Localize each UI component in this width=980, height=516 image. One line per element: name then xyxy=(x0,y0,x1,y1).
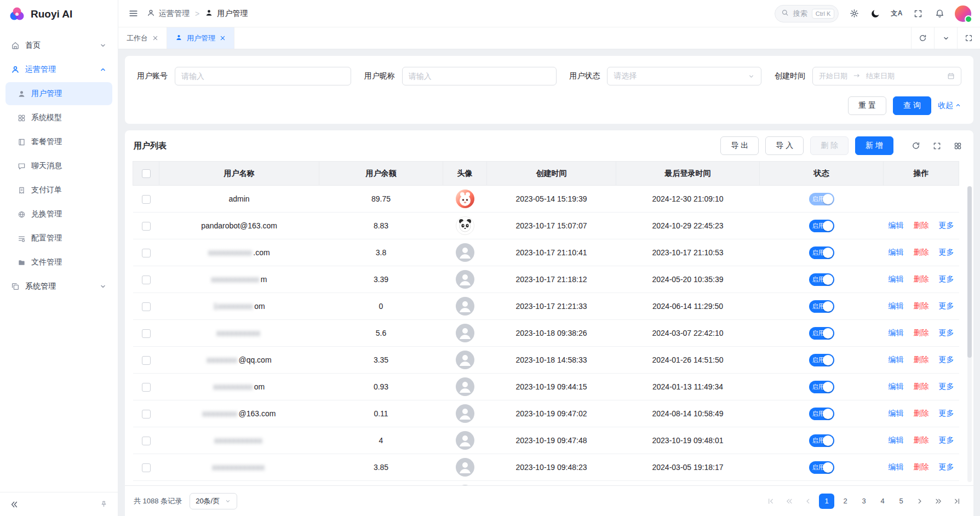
sidebar-item-payment-orders[interactable]: 支付订单 xyxy=(5,179,112,202)
status-toggle[interactable]: 启用 xyxy=(809,300,834,313)
delete-link[interactable]: 删除 xyxy=(914,409,929,417)
date-range-picker[interactable]: 开始日期 结束日期 xyxy=(812,67,961,85)
status-toggle[interactable]: 启用 xyxy=(809,381,834,393)
edit-link[interactable]: 编辑 xyxy=(889,274,904,283)
sidebar-item-package-management[interactable]: 套餐管理 xyxy=(5,130,112,153)
sidebar-item-config-management[interactable]: 配置管理 xyxy=(5,227,112,250)
collapse-sidebar-icon[interactable] xyxy=(8,498,21,511)
row-checkbox[interactable] xyxy=(142,302,151,311)
edit-link[interactable]: 编辑 xyxy=(889,462,904,471)
more-link[interactable]: 更多 xyxy=(938,435,954,444)
last-page-icon[interactable] xyxy=(949,494,965,509)
row-checkbox[interactable] xyxy=(142,356,151,365)
delete-link[interactable]: 删除 xyxy=(914,274,929,283)
query-button[interactable]: 查 询 xyxy=(893,96,931,115)
delete-link[interactable]: 删除 xyxy=(914,355,929,364)
edit-link[interactable]: 编辑 xyxy=(889,435,904,444)
row-checkbox[interactable] xyxy=(142,410,151,418)
status-toggle[interactable]: 启用 xyxy=(809,220,834,232)
notification-bell-icon[interactable] xyxy=(933,8,945,20)
row-checkbox[interactable] xyxy=(142,329,151,338)
page-button-1[interactable]: 1 xyxy=(819,494,834,509)
delete-button[interactable]: 删 除 xyxy=(810,136,849,155)
row-checkbox[interactable] xyxy=(142,276,151,284)
row-checkbox[interactable] xyxy=(142,222,151,231)
first-page-icon[interactable] xyxy=(763,494,778,509)
edit-link[interactable]: 编辑 xyxy=(889,409,904,417)
status-toggle[interactable]: 启用 xyxy=(809,434,834,447)
import-button[interactable]: 导 入 xyxy=(765,136,804,155)
maximize-content-icon[interactable] xyxy=(957,27,980,49)
status-toggle[interactable]: 启用 xyxy=(809,461,834,474)
fullscreen-icon[interactable] xyxy=(912,8,924,20)
select-all-checkbox[interactable] xyxy=(142,169,151,178)
user-avatar[interactable] xyxy=(955,5,971,22)
edit-link[interactable]: 编辑 xyxy=(889,301,904,310)
edit-link[interactable]: 编辑 xyxy=(889,382,904,391)
more-link[interactable]: 更多 xyxy=(938,221,954,230)
user-account-input[interactable] xyxy=(175,67,351,85)
export-button[interactable]: 导 出 xyxy=(720,136,759,155)
gear-icon[interactable] xyxy=(848,8,860,20)
add-button[interactable]: 新 增 xyxy=(855,136,893,155)
more-link[interactable]: 更多 xyxy=(938,409,954,417)
hamburger-menu-icon[interactable] xyxy=(127,8,139,20)
row-checkbox[interactable] xyxy=(142,249,151,257)
translate-icon[interactable]: 文A xyxy=(891,9,903,18)
edit-link[interactable]: 编辑 xyxy=(889,355,904,364)
delete-link[interactable]: 删除 xyxy=(914,301,929,310)
global-search[interactable]: 搜索 Ctrl K xyxy=(775,5,839,22)
sidebar-item-exchange-management[interactable]: 兑换管理 xyxy=(5,203,112,226)
delete-link[interactable]: 删除 xyxy=(914,328,929,337)
tab-workbench[interactable]: 工作台 xyxy=(118,27,167,49)
delete-link[interactable]: 删除 xyxy=(914,382,929,391)
status-toggle[interactable]: 启用 xyxy=(809,273,834,286)
tab-options-chevron-icon[interactable] xyxy=(934,27,957,49)
next-page-icon[interactable] xyxy=(912,494,927,509)
delete-link[interactable]: 删除 xyxy=(914,221,929,230)
status-toggle[interactable]: 启用 xyxy=(809,408,834,420)
edit-link[interactable]: 编辑 xyxy=(889,221,904,230)
user-nickname-input[interactable] xyxy=(402,67,557,85)
fullscreen-table-icon[interactable] xyxy=(930,139,944,153)
prev-page-icon[interactable] xyxy=(800,494,816,509)
reset-button[interactable]: 重 置 xyxy=(848,96,886,115)
close-icon[interactable] xyxy=(152,35,158,41)
sidebar-item-chat-messages[interactable]: 聊天消息 xyxy=(5,154,112,177)
sidebar-item-system-model[interactable]: 系统模型 xyxy=(5,106,112,129)
status-toggle[interactable]: 启用 xyxy=(809,246,834,259)
row-checkbox[interactable] xyxy=(142,195,151,204)
column-settings-grid-icon[interactable] xyxy=(950,139,965,153)
refresh-tab-icon[interactable] xyxy=(911,27,934,49)
prev-5-pages-icon[interactable] xyxy=(782,494,797,509)
delete-link[interactable]: 删除 xyxy=(914,248,929,256)
page-button-2[interactable]: 2 xyxy=(838,494,853,509)
next-5-pages-icon[interactable] xyxy=(931,494,946,509)
tab-user-management[interactable]: 用户管理 xyxy=(167,27,234,49)
delete-link[interactable]: 删除 xyxy=(914,435,929,444)
page-button-5[interactable]: 5 xyxy=(893,494,909,509)
more-link[interactable]: 更多 xyxy=(938,382,954,391)
more-link[interactable]: 更多 xyxy=(938,328,954,337)
more-link[interactable]: 更多 xyxy=(938,274,954,283)
sidebar-item-home[interactable]: 首页 xyxy=(5,34,112,57)
row-checkbox[interactable] xyxy=(142,437,151,445)
edit-link[interactable]: 编辑 xyxy=(889,248,904,256)
row-checkbox[interactable] xyxy=(142,463,151,472)
edit-link[interactable]: 编辑 xyxy=(889,328,904,337)
status-toggle[interactable]: 启用 xyxy=(809,193,834,205)
page-size-select[interactable]: 20条/页 xyxy=(190,493,237,509)
breadcrumb-user-management[interactable]: 用户管理 xyxy=(205,9,248,19)
more-link[interactable]: 更多 xyxy=(938,301,954,310)
sidebar-item-file-management[interactable]: 文件管理 xyxy=(5,251,112,274)
scrollbar-thumb[interactable] xyxy=(967,186,972,358)
pin-sidebar-icon[interactable] xyxy=(97,498,110,511)
status-toggle[interactable]: 启用 xyxy=(809,327,834,340)
sidebar-item-user-management[interactable]: 用户管理 xyxy=(5,82,112,105)
status-toggle[interactable]: 启用 xyxy=(809,354,834,366)
collapse-filter-link[interactable]: 收起 xyxy=(938,101,961,111)
more-link[interactable]: 更多 xyxy=(938,248,954,256)
close-icon[interactable] xyxy=(220,35,226,41)
breadcrumb-operations[interactable]: 运营管理 xyxy=(147,9,190,19)
refresh-table-icon[interactable] xyxy=(909,139,923,153)
